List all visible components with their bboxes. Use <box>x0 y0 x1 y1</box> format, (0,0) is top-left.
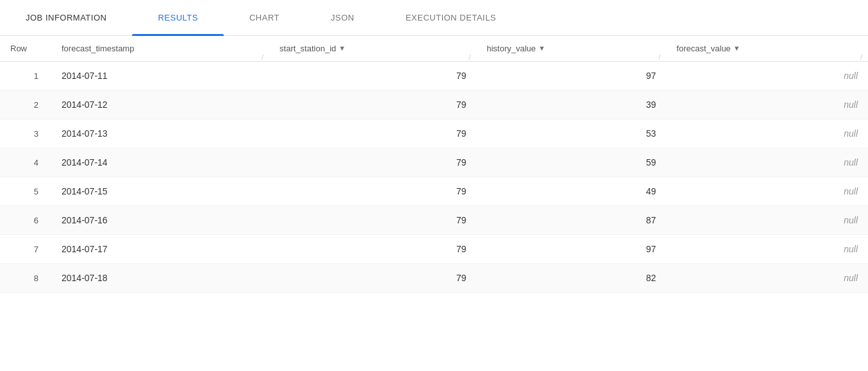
table-row[interactable]: 82014-07-187982null <box>0 264 868 293</box>
cell-forecast_value-1: null <box>666 62 868 91</box>
cell-history_value-2: 39 <box>476 91 666 119</box>
cell-history_value-5: 49 <box>476 177 666 206</box>
cell-forecast_value-8: null <box>666 264 868 293</box>
col-label-forecast_value: forecast_value <box>676 44 731 53</box>
resize-handle-history_value[interactable]: / <box>658 53 664 58</box>
resize-handle-start_station_id[interactable]: / <box>469 53 474 58</box>
cell-forecast_timestamp-8: 2014-07-18 <box>51 264 269 293</box>
table-row[interactable]: 42014-07-147959null <box>0 148 868 177</box>
table-body: 12014-07-117997null22014-07-127939null32… <box>0 62 868 293</box>
cell-row-4: 4 <box>0 148 51 177</box>
col-header-start_station_id[interactable]: start_station_id▼/ <box>269 36 476 62</box>
cell-forecast_value-6: null <box>666 206 868 235</box>
cell-history_value-3: 53 <box>476 119 666 148</box>
tab-results[interactable]: RESULTS <box>132 0 224 35</box>
table-row[interactable]: 52014-07-157949null <box>0 177 868 206</box>
cell-history_value-7: 97 <box>476 235 666 264</box>
table-row[interactable]: 22014-07-127939null <box>0 91 868 119</box>
cell-history_value-1: 97 <box>476 62 666 91</box>
cell-forecast_timestamp-2: 2014-07-12 <box>51 91 269 119</box>
cell-forecast_timestamp-4: 2014-07-14 <box>51 148 269 177</box>
col-header-forecast_value[interactable]: forecast_value▼/ <box>666 36 868 62</box>
tab-job-information[interactable]: JOB INFORMATION <box>0 0 132 35</box>
tab-chart[interactable]: CHART <box>224 0 305 35</box>
cell-forecast_timestamp-1: 2014-07-11 <box>51 62 269 91</box>
table-row[interactable]: 12014-07-117997null <box>0 62 868 91</box>
cell-start_station_id-2: 79 <box>269 91 476 119</box>
cell-forecast_value-3: null <box>666 119 868 148</box>
tab-execution-details[interactable]: EXECUTION DETAILS <box>380 0 522 35</box>
cell-forecast_timestamp-7: 2014-07-17 <box>51 235 269 264</box>
cell-row-7: 7 <box>0 235 51 264</box>
cell-history_value-6: 87 <box>476 206 666 235</box>
col-label-history_value: history_value <box>487 44 536 53</box>
resize-handle-forecast_timestamp[interactable]: / <box>262 53 267 58</box>
tab-json[interactable]: JSON <box>305 0 380 35</box>
cell-forecast_timestamp-3: 2014-07-13 <box>51 119 269 148</box>
table-header-row: Rowforecast_timestamp/start_station_id▼/… <box>0 36 868 62</box>
cell-history_value-8: 82 <box>476 264 666 293</box>
cell-start_station_id-8: 79 <box>269 264 476 293</box>
cell-forecast_value-5: null <box>666 177 868 206</box>
table-row[interactable]: 72014-07-177997null <box>0 235 868 264</box>
filter-icon-forecast_value[interactable]: ▼ <box>733 44 742 53</box>
cell-row-1: 1 <box>0 62 51 91</box>
cell-row-8: 8 <box>0 264 51 293</box>
resize-handle-forecast_value[interactable]: / <box>860 53 865 58</box>
filter-icon-start_station_id[interactable]: ▼ <box>338 44 347 53</box>
col-label-start_station_id: start_station_id <box>280 44 336 53</box>
results-table-container: Rowforecast_timestamp/start_station_id▼/… <box>0 36 868 293</box>
cell-row-3: 3 <box>0 119 51 148</box>
col-header-history_value[interactable]: history_value▼/ <box>476 36 666 62</box>
cell-forecast_value-2: null <box>666 91 868 119</box>
filter-icon-history_value[interactable]: ▼ <box>538 44 547 53</box>
cell-forecast_value-7: null <box>666 235 868 264</box>
results-table: Rowforecast_timestamp/start_station_id▼/… <box>0 36 868 293</box>
cell-start_station_id-7: 79 <box>269 235 476 264</box>
cell-row-2: 2 <box>0 91 51 119</box>
cell-forecast_timestamp-6: 2014-07-16 <box>51 206 269 235</box>
cell-start_station_id-1: 79 <box>269 62 476 91</box>
cell-history_value-4: 59 <box>476 148 666 177</box>
cell-start_station_id-6: 79 <box>269 206 476 235</box>
cell-row-5: 5 <box>0 177 51 206</box>
tab-bar: JOB INFORMATIONRESULTSCHARTJSONEXECUTION… <box>0 0 868 36</box>
cell-start_station_id-4: 79 <box>269 148 476 177</box>
cell-forecast_timestamp-5: 2014-07-15 <box>51 177 269 206</box>
table-row[interactable]: 62014-07-167987null <box>0 206 868 235</box>
cell-forecast_value-4: null <box>666 148 868 177</box>
cell-start_station_id-5: 79 <box>269 177 476 206</box>
col-header-row: Row <box>0 36 51 62</box>
table-row[interactable]: 32014-07-137953null <box>0 119 868 148</box>
cell-row-6: 6 <box>0 206 51 235</box>
col-header-forecast_timestamp: forecast_timestamp/ <box>51 36 269 62</box>
col-label-forecast_timestamp: forecast_timestamp <box>62 44 134 53</box>
cell-start_station_id-3: 79 <box>269 119 476 148</box>
